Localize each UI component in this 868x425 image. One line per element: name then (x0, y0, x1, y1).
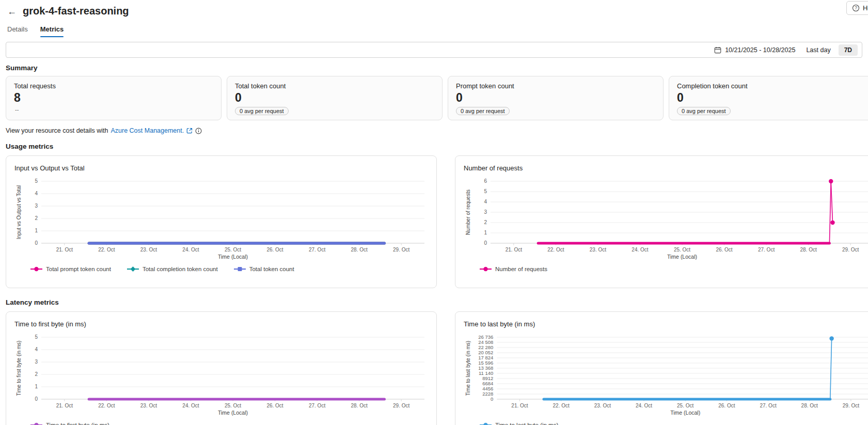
svg-text:2: 2 (35, 371, 38, 377)
legend-circle-marker-icon (479, 422, 492, 425)
svg-text:24. Oct: 24. Oct (182, 247, 199, 253)
last-day-button[interactable]: Last day (801, 45, 835, 55)
svg-text:Time (Local): Time (Local) (667, 254, 697, 260)
legend-diamond-marker-icon (127, 266, 139, 272)
svg-text:22. Oct: 22. Oct (547, 247, 564, 253)
svg-text:4: 4 (35, 191, 38, 196)
svg-text:13 368: 13 368 (478, 365, 493, 371)
legend-square-marker-icon (233, 266, 246, 272)
legend-item[interactable]: Total token count (233, 266, 294, 272)
legend-label: Total prompt token count (46, 266, 111, 272)
chart-title: Number of requests (464, 164, 868, 172)
svg-text:4456: 4456 (482, 386, 493, 391)
ttfb-chart-card: Time to first byte (in ms) 01234521. Oct… (6, 311, 437, 425)
svg-text:23. Oct: 23. Oct (140, 403, 157, 408)
svg-text:22 280: 22 280 (478, 344, 493, 350)
svg-text:Time to last byte (in ms): Time to last byte (in ms) (465, 341, 471, 396)
svg-text:Time (Local): Time (Local) (218, 410, 248, 416)
summary-card-prompt-tokens: Prompt token count 0 0 avg per request (448, 76, 664, 120)
svg-text:22. Oct: 22. Oct (553, 403, 570, 408)
cost-note-text: View your resource cost details with (6, 127, 108, 134)
svg-text:17 824: 17 824 (478, 355, 493, 360)
card-label: Total token count (235, 82, 434, 90)
legend-item[interactable]: Number of requests (479, 266, 547, 272)
legend-item[interactable]: Total completion token count (127, 266, 218, 272)
help-button[interactable]: ? Help (846, 1, 868, 15)
card-label: Total requests (14, 82, 213, 90)
latency-metrics-heading: Latency metrics (6, 298, 868, 306)
svg-text:6684: 6684 (482, 381, 493, 386)
svg-text:5: 5 (35, 178, 38, 184)
usage-charts-row: Input vs Output vs Total 01234521. Oct22… (6, 155, 868, 288)
latency-charts-row: Time to first byte (in ms) 01234521. Oct… (6, 311, 868, 425)
tab-details[interactable]: Details (3, 23, 32, 35)
svg-text:26. Oct: 26. Oct (718, 403, 735, 408)
card-value: 0 (677, 91, 868, 104)
legend-item[interactable]: Total prompt token count (30, 266, 111, 272)
legend-circle-marker-icon (479, 266, 492, 272)
chart-legend: Number of requests (479, 266, 868, 272)
help-button-label: Help (863, 4, 868, 12)
svg-text:?: ? (855, 5, 857, 10)
chart-title: Input vs Output vs Total (14, 164, 428, 172)
ttfb-chart[interactable]: 01234521. Oct22. Oct23. Oct24. Oct25. Oc… (14, 333, 428, 417)
svg-text:22. Oct: 22. Oct (98, 247, 115, 253)
date-range-label: 10/21/2025 - 10/28/2025 (725, 46, 795, 54)
requests-chart[interactable]: 012345621. Oct22. Oct23. Oct24. Oct25. O… (464, 177, 868, 261)
svg-text:28. Oct: 28. Oct (351, 247, 367, 253)
svg-text:2: 2 (484, 219, 487, 225)
svg-text:29. Oct: 29. Oct (393, 247, 409, 253)
svg-text:Time to first byte (in ms): Time to first byte (in ms) (16, 341, 22, 396)
svg-text:Time (Local): Time (Local) (218, 254, 248, 260)
svg-text:2228: 2228 (482, 391, 493, 397)
ttlb-chart[interactable]: 0222844566684891211 14013 36815 59617 82… (464, 333, 868, 417)
svg-text:3: 3 (35, 359, 38, 365)
external-link-icon[interactable] (186, 128, 193, 134)
card-sub-value: -- (14, 106, 213, 113)
usage-metrics-heading: Usage metrics (6, 143, 868, 150)
svg-text:0: 0 (35, 396, 38, 402)
card-label: Prompt token count (456, 82, 655, 90)
legend-label: Total completion token count (143, 266, 218, 272)
info-icon[interactable] (195, 128, 202, 134)
svg-text:3: 3 (484, 209, 487, 215)
svg-text:22. Oct: 22. Oct (98, 403, 115, 408)
svg-text:20 052: 20 052 (478, 350, 493, 355)
svg-text:Time (Local): Time (Local) (670, 410, 700, 416)
svg-text:27. Oct: 27. Oct (309, 403, 325, 408)
tab-metrics[interactable]: Metrics (36, 23, 68, 35)
svg-text:25. Oct: 25. Oct (674, 247, 690, 253)
svg-text:24. Oct: 24. Oct (636, 403, 652, 408)
svg-text:28. Oct: 28. Oct (351, 403, 367, 408)
svg-text:21. Oct: 21. Oct (56, 247, 73, 253)
legend-circle-marker-icon (30, 422, 43, 425)
back-arrow-icon[interactable]: ← (7, 7, 17, 16)
chart-title: Time to last byte (in ms) (464, 320, 868, 328)
svg-text:21. Oct: 21. Oct (511, 403, 528, 408)
range-7d-button[interactable]: 7D (839, 44, 858, 56)
svg-text:27. Oct: 27. Oct (758, 247, 775, 253)
svg-text:Input vs Output vs Total: Input vs Output vs Total (16, 185, 22, 239)
date-range-button[interactable]: 10/21/2025 - 10/28/2025 (711, 45, 798, 55)
svg-text:Number of requests: Number of requests (465, 190, 471, 235)
legend-label: Time to last byte (in ms) (495, 422, 558, 425)
avg-per-request-badge: 0 avg per request (677, 107, 731, 115)
legend-item[interactable]: Time to first byte (in ms) (30, 422, 109, 425)
azure-cost-management-link[interactable]: Azure Cost Management. (111, 127, 184, 134)
legend-circle-marker-icon (30, 266, 43, 272)
svg-text:23. Oct: 23. Oct (594, 403, 611, 408)
svg-text:29. Oct: 29. Oct (842, 247, 859, 253)
svg-text:26 736: 26 736 (478, 334, 493, 340)
svg-text:29. Oct: 29. Oct (843, 403, 859, 408)
tokens-chart[interactable]: 01234521. Oct22. Oct23. Oct24. Oct25. Oc… (14, 177, 428, 261)
ttlb-chart-card: Time to last byte (in ms) 02228445666848… (455, 311, 868, 425)
legend-label: Time to first byte (in ms) (46, 422, 109, 425)
legend-item[interactable]: Time to last byte (in ms) (479, 422, 558, 425)
page-header: ← grok-4-fast-reasoning (0, 0, 868, 17)
chart-legend: Time to last byte (in ms) (479, 422, 868, 425)
avg-per-request-badge: 0 avg per request (456, 107, 510, 115)
svg-text:28. Oct: 28. Oct (800, 247, 816, 253)
svg-text:25. Oct: 25. Oct (225, 403, 241, 408)
svg-text:0: 0 (35, 240, 38, 246)
card-value: 0 (456, 91, 655, 104)
